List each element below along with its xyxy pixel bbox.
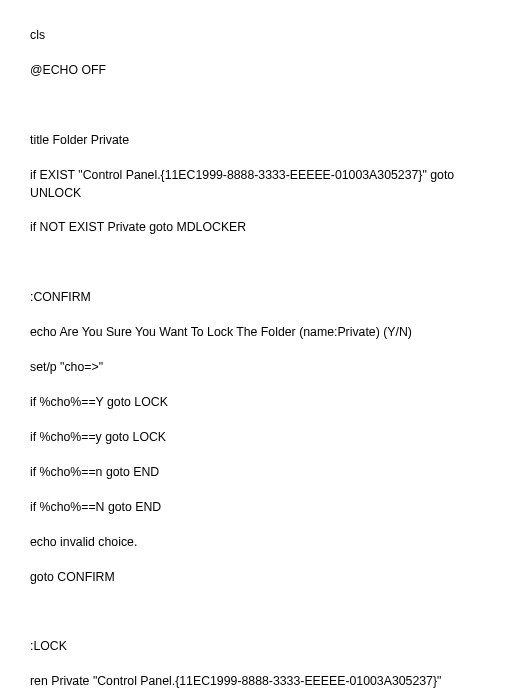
code-line: if %cho%==Y goto LOCK [30,394,498,411]
code-line: if %cho%==n goto END [30,464,498,481]
code-line: if %cho%==N goto END [30,499,498,516]
code-line: @ECHO OFF [30,62,498,79]
code-line: title Folder Private [30,132,498,149]
code-line: ren Private "Control Panel.{11EC1999-888… [30,673,498,690]
batch-script-code: cls @ECHO OFF title Folder Private if EX… [30,10,498,700]
blank-line [30,254,498,271]
code-line: if %cho%==y goto LOCK [30,429,498,446]
code-line: :LOCK [30,638,498,655]
code-line: if NOT EXIST Private goto MDLOCKER [30,219,498,236]
blank-line [30,603,498,620]
code-line: set/p "cho=>" [30,359,498,376]
code-line: :CONFIRM [30,289,498,306]
code-line: cls [30,27,498,44]
code-line: if EXIST "Control Panel.{11EC1999-8888-3… [30,167,498,202]
code-line: goto CONFIRM [30,569,498,586]
code-line: echo invalid choice. [30,534,498,551]
blank-line [30,97,498,114]
code-line: echo Are You Sure You Want To Lock The F… [30,324,498,341]
